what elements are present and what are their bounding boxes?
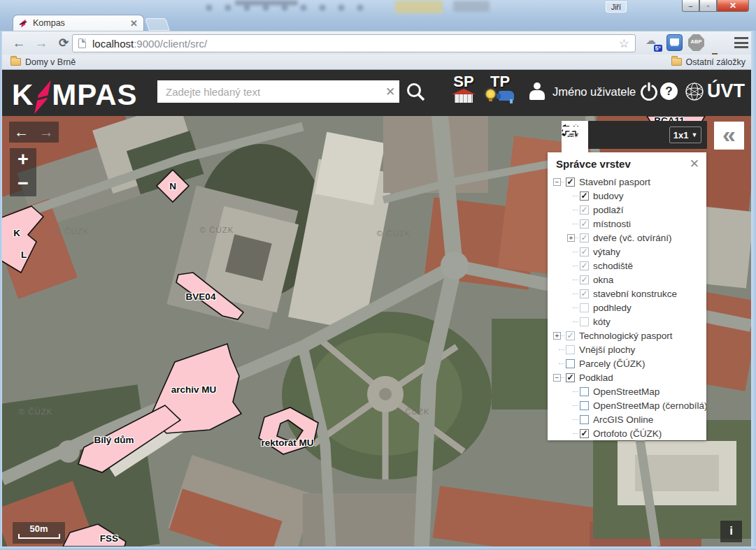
layer-checkbox[interactable]: [580, 303, 589, 312]
favorites-tool-button[interactable]: [588, 121, 615, 149]
maximize-button[interactable]: ▫: [699, 0, 717, 12]
uvt-label: ÚVT: [707, 80, 745, 102]
map-label-bve04: BVE04: [186, 291, 216, 302]
layer-label: budovy: [593, 191, 624, 201]
zoom-out-button[interactable]: −: [10, 172, 36, 196]
layer-checkbox[interactable]: [566, 345, 575, 354]
close-button[interactable]: ✕: [717, 0, 749, 12]
bookmark-star-icon[interactable]: ☆: [619, 36, 629, 51]
layer-checkbox[interactable]: [580, 401, 589, 410]
uvt-brand[interactable]: ÚVT: [684, 80, 745, 102]
module-tp-button[interactable]: TP: [482, 75, 518, 110]
back-icon[interactable]: ←: [9, 34, 29, 52]
map-canvas[interactable]: © ČÚZK© ČÚZK© ČÚZK© ČÚZK© ČÚZK BCA11NKLB…: [2, 116, 751, 547]
layer-label: Technologický pasport: [579, 331, 673, 341]
layer-item-podla-[interactable]: ✓podlaží: [548, 203, 706, 217]
map-forward-icon[interactable]: →: [34, 122, 59, 143]
layer-checkbox[interactable]: [580, 415, 589, 424]
bookmark-folder-domy[interactable]: Domy v Brně: [25, 57, 76, 67]
layer-checkbox[interactable]: ✓: [580, 205, 589, 215]
user-menu[interactable]: Jméno uživatele: [528, 82, 636, 101]
expand-node-icon[interactable]: +: [553, 332, 561, 340]
layer-item-budovy[interactable]: ✓budovy: [548, 189, 706, 203]
browser-tab-kompas[interactable]: Kompas ✕: [13, 15, 144, 31]
layer-checkbox[interactable]: ✓: [566, 331, 575, 340]
layer-item-stavebn-konstrukce[interactable]: ✓stavební konstrukce: [548, 287, 706, 301]
layer-item-podhledy[interactable]: podhledy: [548, 301, 706, 314]
url-text[interactable]: localhost:9000/client/src/: [92, 38, 619, 50]
extension-adblock[interactable]: ABP: [688, 34, 704, 51]
chrome-menu-icon[interactable]: [734, 37, 748, 48]
layer-checkbox[interactable]: ✓: [580, 247, 589, 256]
layer-checkbox[interactable]: ✓: [566, 178, 575, 187]
layer-checkbox[interactable]: [566, 359, 575, 368]
layer-item-podklad[interactable]: −✓Podklad: [548, 370, 706, 384]
layer-item-vn-j-plochy[interactable]: Vnější plochy: [548, 342, 706, 356]
collapse-panel-button[interactable]: «: [714, 122, 744, 150]
map-grid-selector[interactable]: 1x1 ▼: [669, 126, 701, 143]
layer-tree: −✓Stavební pasport✓budovy✓podlaží✓místno…: [548, 175, 706, 440]
search-icon[interactable]: [405, 81, 426, 102]
layer-item-openstreetmap[interactable]: OpenStreetMap: [548, 384, 706, 398]
chevron-down-icon: ▼: [691, 131, 697, 138]
map-label-archiv-mu: archiv MU: [171, 384, 217, 395]
layer-item-dve-e-v-otv-r-n-[interactable]: +✓dveře (vč. otvírání): [548, 231, 706, 245]
layer-item-ortofoto-zk-[interactable]: ✓Ortofoto (ČÚZK): [548, 426, 706, 440]
tab-close-icon[interactable]: ✕: [130, 18, 138, 29]
extension-screenshot[interactable]: [666, 34, 683, 51]
layer-item-m-stnosti[interactable]: ✓místnosti: [548, 217, 706, 231]
collapse-node-icon[interactable]: −: [553, 178, 561, 186]
layer-item-schodi-t-[interactable]: ✓schodiště: [548, 259, 706, 273]
panel-close-icon[interactable]: ✕: [690, 157, 699, 171]
layer-item-technologick-pasport[interactable]: +✓Technologický pasport: [548, 328, 706, 342]
address-bar[interactable]: localhost:9000/client/src/ ☆: [72, 34, 636, 52]
layer-checkbox[interactable]: ✓: [580, 275, 589, 284]
layer-checkbox[interactable]: ✓: [566, 373, 575, 382]
map-zoom-control: + −: [10, 148, 36, 196]
layer-item-parcely-zk-[interactable]: Parcely (ČÚZK): [548, 356, 706, 370]
layer-item-okna[interactable]: ✓okna: [548, 273, 706, 287]
blurred-desktop-highlight: [395, 1, 443, 13]
module-sp-button[interactable]: SP: [445, 75, 482, 110]
layer-item-arcgis-online[interactable]: ArcGIS Online: [548, 412, 706, 426]
map-back-icon[interactable]: ←: [9, 122, 34, 143]
expand-node-icon[interactable]: +: [567, 234, 575, 242]
layer-item-stavebn-pasport[interactable]: −✓Stavební pasport: [548, 175, 706, 189]
reload-icon[interactable]: ⟳: [54, 34, 73, 52]
layer-item-openstreetmap-ernob-l-[interactable]: OpenStreetMap (černobílá): [548, 398, 706, 412]
layer-checkbox[interactable]: ✓: [580, 191, 589, 201]
info-button[interactable]: i: [720, 521, 742, 542]
layer-checkbox[interactable]: [580, 317, 589, 326]
forward-icon[interactable]: →: [31, 34, 51, 52]
bulb-faucet-icon: [485, 89, 515, 103]
layer-checkbox[interactable]: ✓: [580, 233, 589, 243]
layer-checkbox[interactable]: ✓: [580, 289, 589, 298]
layer-item-k-ty[interactable]: kóty: [548, 314, 706, 328]
logout-button[interactable]: [640, 82, 659, 101]
layer-item-v-tahy[interactable]: ✓výtahy: [548, 245, 706, 259]
panel-title: Správce vrstev: [556, 158, 631, 170]
window-titlebar[interactable]: Kompas ✕ Jiří – ▫ ✕: [0, 0, 756, 31]
layer-checkbox[interactable]: ✓: [580, 261, 589, 270]
extension-weather[interactable]: ☁ 5°: [645, 34, 661, 51]
layer-checkbox[interactable]: ✓: [580, 429, 589, 438]
search-clear-icon[interactable]: ✕: [381, 80, 399, 103]
tree-connector: [573, 294, 578, 294]
measure-tool-button[interactable]: [641, 121, 668, 149]
map-label-rektor-t-mu: rektorát MU: [261, 437, 313, 448]
minimize-button[interactable]: –: [682, 0, 699, 12]
layer-checkbox[interactable]: [580, 387, 589, 396]
help-button[interactable]: ?: [660, 82, 679, 101]
map-label-n: N: [169, 181, 176, 191]
kompas-logo[interactable]: K MPAS: [12, 75, 138, 115]
browser-toolbar: ← → ⟳ localhost:9000/client/src/ ☆ ☁ 5° …: [2, 31, 751, 55]
tree-connector: [573, 252, 578, 252]
new-tab-button[interactable]: [145, 18, 170, 31]
bookmark-other-folders[interactable]: Ostatní záložky: [686, 57, 746, 67]
collapse-node-icon[interactable]: −: [553, 374, 561, 382]
search-input[interactable]: [157, 80, 381, 103]
zoom-in-button[interactable]: +: [10, 148, 36, 172]
print-tool-button[interactable]: [615, 121, 641, 149]
profile-name-button[interactable]: Jiří: [606, 1, 627, 13]
layer-checkbox[interactable]: ✓: [580, 219, 589, 229]
